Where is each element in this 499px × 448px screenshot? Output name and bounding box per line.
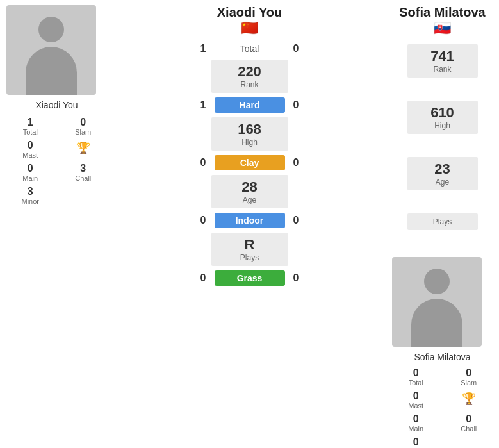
left-age-label: Age [224,195,275,204]
indoor-row: 0 Indoor 0 [115,213,384,228]
left-name-top: Xiaodi You [217,5,282,20]
right-total-label: Total [409,379,423,386]
left-plays-value: R [224,236,275,253]
grass-row: 0 Grass 0 [115,270,384,286]
left-trophy-icon: 🏆 [76,141,90,155]
right-rank-box: 741 Rank [407,44,478,78]
right-chall-value: 0 [466,413,471,425]
right-slam-cell: 0 Slam [445,367,493,386]
right-chall-label: Chall [461,425,477,433]
clay-right-score: 0 [285,157,307,169]
right-plays-label: Plays [414,217,471,226]
left-chall-cell: 3 Chall [60,163,108,182]
left-total-value: 1 [28,117,33,128]
left-player-avatar [6,5,96,95]
hard-left-score: 1 [192,99,215,111]
right-flag: 🇸🇰 [392,20,493,37]
left-flag: 🇨🇳 [217,20,282,37]
left-slam-value: 0 [80,117,86,128]
left-main-label: Main [22,174,38,182]
right-total-cell: 0 Total [392,367,440,386]
left-trophy-cell: 🏆 [60,140,108,159]
right-high-box: 610 High [407,101,478,134]
total-right-score: 0 [285,43,307,54]
left-slam-label: Slam [75,128,91,136]
left-minor-label: Minor [21,197,39,205]
right-name-header: Sofia Milatova 🇸🇰 [392,5,493,37]
left-name-header: Xiaodi You 🇨🇳 [217,5,282,37]
clay-left-score: 0 [192,157,215,169]
left-player-panel: Xiaodi You 1 Total 0 Slam 0 Mast 🏆 [0,0,112,448]
left-chall-label: Chall [75,174,91,182]
clay-badge: Clay [215,155,285,170]
left-minor-cell: 3 Minor [6,186,54,205]
indoor-right-score: 0 [285,215,307,226]
left-player-name: Xiaodi You [6,100,107,110]
left-main-cell: 0 Main [6,163,54,182]
right-stats-inner: 741 Rank 610 High 23 Age [392,42,493,251]
clay-row: 0 Clay 0 [115,155,384,170]
right-player-name: Sofia Milatova [392,5,493,20]
right-chall-cell: 0 Chall [445,413,493,433]
grass-badge: Grass [215,270,285,286]
right-avatar-wrapper: Sofia Milatova [392,257,493,362]
right-trophy-cell: 🏆 [445,390,493,410]
left-rank-label: Rank [224,80,275,89]
left-slam-cell: 0 Slam [60,117,108,136]
left-high-value: 168 [224,121,275,138]
left-plays-label: Plays [224,253,275,262]
indoor-left-score: 0 [192,215,215,226]
left-player-stats: 1 Total 0 Slam 0 Mast 🏆 0 Main [6,117,107,205]
right-mast-label: Mast [408,402,423,410]
indoor-badge: Indoor [215,213,285,228]
right-plays-box: Plays [407,213,478,230]
right-slam-value: 0 [466,367,471,379]
left-plays-box: R Plays [211,233,288,266]
right-minor-cell: 0 Minor [392,436,440,448]
left-main-value: 0 [28,163,33,174]
left-rank-value: 220 [224,63,275,80]
left-rank-box: 220 Rank [211,60,288,93]
right-high-label: High [414,121,471,130]
total-surface-label: Total [215,44,285,54]
right-rank-value: 741 [414,48,471,65]
left-high-box: 168 High [211,117,288,151]
main-container: Xiaodi You 1 Total 0 Slam 0 Mast 🏆 [0,0,499,448]
total-left-score: 1 [192,43,215,54]
hard-row: 1 Hard 0 [115,97,384,113]
right-player-stats-grid: 0 Total 0 Slam 0 Mast 🏆 0 Main [392,367,493,448]
right-player-panel: Sofia Milatova 🇸🇰 741 Rank 610 High [387,0,499,448]
right-age-label: Age [414,178,471,187]
right-rank-label: Rank [414,65,471,74]
left-age-value: 28 [224,179,275,195]
right-trophy-icon: 🏆 [462,392,476,406]
hard-badge: Hard [215,97,285,113]
left-mast-value: 0 [28,140,33,151]
right-minor-value: 0 [413,436,419,448]
right-player-name-bottom: Sofia Milatova [392,352,493,362]
right-main-cell: 0 Main [392,413,440,433]
right-mast-value: 0 [413,390,419,402]
surface-rows: 1 Total 0 220 Rank 1 Hard 0 168 [115,40,384,288]
left-total-cell: 1 Total [6,117,54,136]
left-mast-cell: 0 Mast [6,140,54,159]
left-chall-value: 3 [80,163,86,174]
right-age-value: 23 [414,161,471,178]
total-row: 1 Total 0 [115,43,384,54]
left-total-label: Total [23,128,38,136]
right-player-avatar [392,257,482,347]
center-panel: Xiaodi You 🇨🇳 1 Total 0 220 Rank 1 [112,0,387,448]
right-slam-label: Slam [461,379,477,386]
right-main-label: Main [408,425,423,433]
left-age-box: 28 Age [211,175,288,208]
right-age-box: 23 Age [407,157,478,190]
grass-left-score: 0 [192,272,215,284]
left-high-label: High [224,138,275,147]
right-mast-cell: 0 Mast [392,390,440,410]
grass-right-score: 0 [285,272,307,284]
right-main-value: 0 [413,413,419,425]
left-minor-value: 3 [28,186,33,197]
hard-right-score: 0 [285,99,307,111]
right-total-value: 0 [413,367,419,379]
left-mast-label: Mast [22,151,38,159]
